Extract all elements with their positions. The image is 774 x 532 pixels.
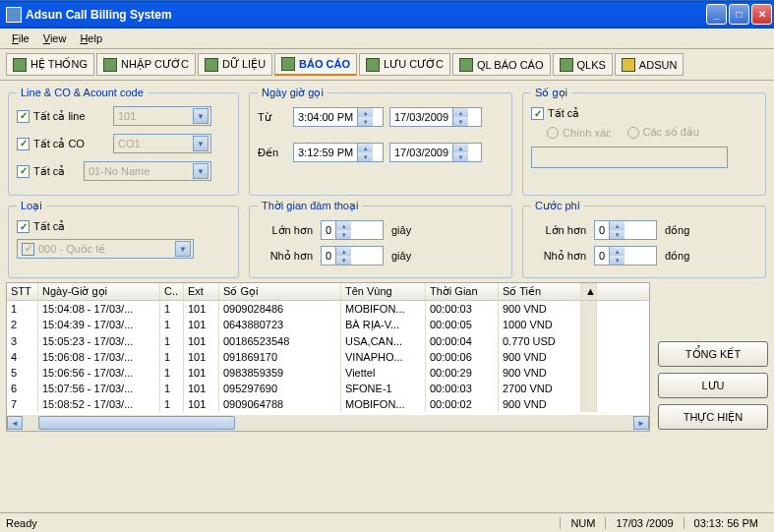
table-row[interactable]: 515:06:56 - 17/03/...11010983859359Viett… xyxy=(7,365,649,381)
chk-all-number[interactable]: ✓ xyxy=(531,107,544,120)
cost-lt[interactable]: 0▲▼ xyxy=(594,246,657,266)
chevron-down-icon: ▼ xyxy=(193,108,208,124)
to-date[interactable]: 17/03/2009▲▼ xyxy=(389,143,482,162)
menu-help[interactable]: Help xyxy=(74,30,108,46)
group-type: Loại ✓Tất cả ✓ 000 - Quốc tế▼ xyxy=(8,200,239,278)
legend-number: Số gọi xyxy=(531,87,571,99)
summary-button[interactable]: TỔNG KẾT xyxy=(658,341,768,367)
table-row[interactable]: 215:04:39 - 17/03/...11010643880723BÀ RỊ… xyxy=(7,317,649,333)
group-cost: Cước phí Lớn hơn0▲▼đồng Nhỏ hơn0▲▼đồng xyxy=(522,200,766,278)
legend-duration: Thời gian đàm thoại xyxy=(258,200,362,212)
statusbar: Ready NUM 17/03 /2009 03:13: 56 PM xyxy=(0,512,774,532)
menu-view[interactable]: View xyxy=(37,30,73,46)
tab-adsun[interactable]: ADSUN xyxy=(615,53,685,76)
table-row[interactable]: 615:07:56 - 17/03/...1101095297690SFONE-… xyxy=(7,381,649,396)
tab-dulieu[interactable]: DỮ LIỆU xyxy=(198,53,272,76)
legend-cost: Cước phí xyxy=(531,200,584,212)
vscroll-up[interactable]: ▲ xyxy=(581,283,597,300)
chevron-down-icon: ▼ xyxy=(193,163,208,179)
combo-line[interactable]: 101▼ xyxy=(113,106,211,126)
table-row[interactable]: 415:06:08 - 17/03/...1101091869170VINAPH… xyxy=(7,349,649,365)
radio-prefix[interactable]: Các số đầu xyxy=(627,126,699,139)
status-date: 17/03 /2009 xyxy=(605,517,683,529)
tab-icon xyxy=(366,58,380,72)
maximize-button[interactable]: □ xyxy=(729,4,749,25)
combo-acc[interactable]: 01-No Name▼ xyxy=(84,161,211,181)
table-header: STT Ngày-Giờ gọi C.. Ext Số Gọi Tên Vùng… xyxy=(7,283,649,301)
legend-lineco: Line & CO & Acount code xyxy=(17,87,148,98)
tab-icon xyxy=(103,58,117,72)
chk-all-line[interactable]: ✓ xyxy=(17,110,30,123)
tab-icon xyxy=(459,58,473,72)
tab-baocao[interactable]: BÁO CÁO xyxy=(274,53,357,76)
from-date[interactable]: 17/03/2009▲▼ xyxy=(389,107,482,127)
chk-all-type[interactable]: ✓ xyxy=(17,220,30,233)
group-number: Số gọi ✓Tất cả Chính xác Các số đầu xyxy=(522,87,766,196)
combo-co[interactable]: CO1▼ xyxy=(113,134,211,153)
from-time[interactable]: 3:04:00 PM▲▼ xyxy=(293,107,384,127)
tab-qlbaocao[interactable]: QL BÁO CÁO xyxy=(452,53,550,76)
save-button[interactable]: LƯU xyxy=(658,373,768,398)
menubar: File View Help xyxy=(0,29,774,49)
titlebar: Adsun Call Billing System _ □ ✕ xyxy=(0,0,774,29)
legend-type: Loại xyxy=(17,200,46,212)
minimize-button[interactable]: _ xyxy=(706,4,727,25)
combo-type[interactable]: ✓ 000 - Quốc tế▼ xyxy=(17,239,194,259)
chk-all-co[interactable]: ✓ xyxy=(17,138,30,150)
toolbar: HỆ THỐNG NHẬP CƯỚC DỮ LIỆU BÁO CÁO LƯU C… xyxy=(0,49,774,81)
tab-nhapcuoc[interactable]: NHẬP CƯỚC xyxy=(96,53,196,76)
legend-datetime: Ngày giờ gọi xyxy=(258,87,327,99)
hscrollbar[interactable]: ◄► xyxy=(7,415,649,431)
table-row[interactable]: 115:04:08 - 17/03/...11010909028486MOBIF… xyxy=(7,301,649,317)
number-input[interactable] xyxy=(531,147,728,168)
duration-gt[interactable]: 0▲▼ xyxy=(321,220,384,240)
execute-button[interactable]: THỰC HIỆN xyxy=(658,404,768,430)
app-icon xyxy=(6,7,22,23)
table-row[interactable]: 315:05:23 - 17/03/...110100186523548USA,… xyxy=(7,333,649,349)
results-table: STT Ngày-Giờ gọi C.. Ext Số Gọi Tên Vùng… xyxy=(6,282,650,432)
status-num: NUM xyxy=(560,517,605,529)
tab-icon xyxy=(560,58,573,72)
content: Line & CO & Acount code ✓Tất cả line 101… xyxy=(0,81,774,438)
chevron-down-icon: ▼ xyxy=(175,241,191,257)
tab-icon xyxy=(13,58,27,72)
chk-all-acc[interactable]: ✓ xyxy=(17,165,30,178)
tab-icon xyxy=(281,57,295,71)
chevron-down-icon: ▼ xyxy=(193,136,208,151)
chk-type-item: ✓ xyxy=(22,243,34,256)
status-time: 03:13: 56 PM xyxy=(684,517,768,529)
close-button[interactable]: ✕ xyxy=(751,4,772,25)
tab-luucuoc[interactable]: LƯU CƯỚC xyxy=(359,53,450,76)
radio-exact[interactable]: Chính xác xyxy=(547,126,612,139)
tab-qlks[interactable]: QLKS xyxy=(553,53,613,76)
group-duration: Thời gian đàm thoại Lớn hơn0▲▼giây Nhỏ h… xyxy=(249,200,512,278)
group-lineco: Line & CO & Acount code ✓Tất cả line 101… xyxy=(8,87,239,196)
to-time[interactable]: 3:12:59 PM▲▼ xyxy=(293,143,384,162)
window-title: Adsun Call Billing System xyxy=(26,8,706,22)
star-icon xyxy=(622,58,635,72)
tab-icon xyxy=(205,58,218,72)
table-row[interactable]: 715:08:52 - 17/03/...11010909064788MOBIF… xyxy=(7,396,649,412)
status-ready: Ready xyxy=(6,517,37,529)
cost-gt[interactable]: 0▲▼ xyxy=(594,220,657,240)
tab-hethong[interactable]: HỆ THỐNG xyxy=(6,53,94,76)
menu-file[interactable]: File xyxy=(6,30,35,46)
group-datetime: Ngày giờ gọi Từ 3:04:00 PM▲▼ 17/03/2009▲… xyxy=(249,87,512,196)
duration-lt[interactable]: 0▲▼ xyxy=(321,246,384,266)
